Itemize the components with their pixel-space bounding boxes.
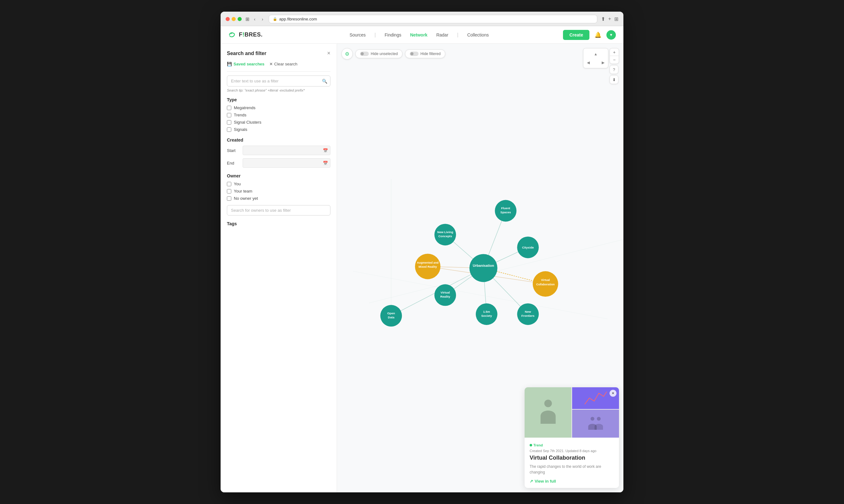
- megatrends-checkbox[interactable]: [227, 106, 231, 110]
- owner-no-owner-option[interactable]: No owner yet: [227, 196, 330, 201]
- end-calendar-icon[interactable]: 📅: [323, 161, 328, 165]
- user-avatar[interactable]: ▼: [606, 30, 616, 40]
- signal-clusters-label: Signal Clusters: [234, 120, 261, 125]
- main-layout: Search and filter × 💾 Saved searches ✕ C…: [221, 44, 623, 492]
- clear-search-button[interactable]: ✕ Clear search: [269, 62, 298, 66]
- notification-bell-icon[interactable]: 🔔: [594, 32, 601, 38]
- tag-label: Trend: [533, 443, 543, 447]
- nav-collections[interactable]: Collections: [467, 32, 489, 37]
- tags-filter-section: Tags: [227, 221, 330, 226]
- forward-button[interactable]: ›: [260, 16, 265, 22]
- browser-actions: ⬆ + ⊞: [601, 16, 618, 22]
- text-filter-search-button[interactable]: 🔍: [322, 79, 327, 84]
- external-link-icon: ↗: [529, 479, 533, 484]
- text-filter-wrap: 🔍: [227, 75, 330, 87]
- end-label: End: [227, 161, 239, 165]
- logo-icon: [228, 32, 237, 38]
- type-signal-clusters-option[interactable]: Signal Clusters: [227, 120, 330, 125]
- grid-icon[interactable]: ⊞: [614, 16, 618, 22]
- svg-point-2: [597, 417, 601, 421]
- view-full-link[interactable]: ↗ View in full: [529, 479, 614, 484]
- start-date-input[interactable]: [243, 146, 330, 155]
- your-team-checkbox[interactable]: [227, 189, 231, 194]
- svg-point-0: [544, 399, 552, 407]
- trends-label: Trends: [234, 113, 246, 118]
- no-owner-checkbox[interactable]: [227, 196, 231, 201]
- owner-search-input[interactable]: [227, 205, 330, 216]
- url-text: app.fibresonline.com: [279, 17, 317, 21]
- nav-radar[interactable]: Radar: [436, 32, 448, 37]
- info-panel-close-button[interactable]: ×: [610, 390, 616, 397]
- hide-filtered-toggle[interactable]: Hide filtered: [405, 49, 445, 58]
- info-description: The rapid changes to the world of work a…: [529, 464, 614, 475]
- new-tab-icon[interactable]: +: [608, 16, 611, 22]
- network-toolbar: ⚙ Hide unselected Hide filtered: [341, 48, 445, 59]
- back-button[interactable]: ‹: [252, 16, 257, 22]
- saved-searches-label: Saved searches: [233, 62, 264, 66]
- chart-icon: [583, 389, 608, 408]
- pan-right[interactable]: ▶: [602, 60, 605, 65]
- node-new-living-label-1: New Living: [437, 230, 453, 234]
- pan-up[interactable]: ▲: [594, 52, 598, 56]
- nav-actions: Create 🔔 ▼: [563, 30, 616, 40]
- end-date-wrap: 📅: [243, 158, 330, 168]
- end-date-input[interactable]: [243, 158, 330, 168]
- maximize-traffic-light[interactable]: [238, 17, 242, 21]
- node-fluent-spaces-label-2: Spaces: [500, 211, 511, 214]
- hide-unselected-toggle[interactable]: Hide unselected: [355, 49, 402, 58]
- create-button[interactable]: Create: [563, 30, 589, 40]
- pan-left[interactable]: ◀: [587, 60, 590, 65]
- owner-your-team-option[interactable]: Your team: [227, 189, 330, 194]
- help-button[interactable]: ?: [610, 65, 618, 74]
- sidebar-close-button[interactable]: ×: [327, 50, 330, 57]
- browser-window: ⊞ ‹ › 🔒 app.fibresonline.com ⬆ + ⊞ F!BRE…: [221, 12, 623, 492]
- start-date-wrap: 📅: [243, 146, 330, 155]
- created-section-title: Created: [227, 138, 330, 143]
- owner-section-title: Owner: [227, 173, 330, 178]
- node-new-living-label-2: Concepts: [438, 234, 452, 238]
- node-new-frontiers-label-2: Frontiers: [521, 314, 535, 318]
- type-filter-section: Type Megatrends Trends Signal Clusters: [227, 97, 330, 132]
- type-trends-option[interactable]: Trends: [227, 113, 330, 118]
- type-megatrends-option[interactable]: Megatrends: [227, 105, 330, 110]
- start-label: Start: [227, 148, 239, 153]
- download-button[interactable]: ⬇: [610, 75, 618, 84]
- node-urbanisation[interactable]: [469, 254, 498, 282]
- info-panel-body: Trend Created Sep 7th 2021. Updated 8 da…: [525, 438, 619, 488]
- node-virtual-collab-label-1: Virtual: [541, 278, 550, 282]
- person-icon: [534, 397, 562, 428]
- info-image-1: [525, 387, 572, 438]
- owner-you-option[interactable]: You: [227, 181, 330, 186]
- zoom-in-button[interactable]: +: [610, 49, 619, 56]
- signals-checkbox[interactable]: [227, 127, 231, 132]
- nav-findings[interactable]: Findings: [384, 32, 401, 37]
- trends-checkbox[interactable]: [227, 113, 231, 118]
- address-bar[interactable]: 🔒 app.fibresonline.com: [269, 15, 597, 23]
- nav-links: Sources | Findings Network Radar | Colle…: [275, 32, 563, 38]
- saved-searches-button[interactable]: 💾 Saved searches: [227, 62, 264, 66]
- text-filter-input[interactable]: [227, 75, 330, 87]
- type-signals-option[interactable]: Signals: [227, 127, 330, 132]
- zoom-out-button[interactable]: −: [610, 56, 619, 64]
- hide-filtered-label: Hide filtered: [420, 52, 441, 56]
- filter-icon-button[interactable]: ⚙: [341, 48, 353, 59]
- close-traffic-light[interactable]: [226, 17, 230, 21]
- sidebar-toggle-icon[interactable]: ⊞: [246, 16, 250, 22]
- signal-clusters-checkbox[interactable]: [227, 120, 231, 125]
- minimize-traffic-light[interactable]: [232, 17, 236, 21]
- start-date-row: Start 📅: [227, 146, 330, 155]
- created-filter-section: Created Start 📅 End 📅: [227, 138, 330, 168]
- no-owner-label: No owner yet: [234, 196, 258, 201]
- traffic-lights: [226, 17, 242, 21]
- share-icon[interactable]: ⬆: [601, 16, 605, 22]
- tag-dot: [529, 444, 532, 446]
- node-1-5m-society-label-1: 1.5m: [483, 310, 490, 313]
- sidebar-actions: 💾 Saved searches ✕ Clear search: [227, 62, 330, 66]
- hide-unselected-label: Hide unselected: [371, 52, 398, 56]
- node-open-data-label-1: Open: [388, 311, 395, 315]
- you-checkbox[interactable]: [227, 182, 231, 186]
- start-calendar-icon[interactable]: 📅: [323, 148, 328, 153]
- info-image-3: [572, 410, 619, 438]
- nav-sources[interactable]: Sources: [349, 32, 366, 37]
- nav-network[interactable]: Network: [410, 32, 427, 37]
